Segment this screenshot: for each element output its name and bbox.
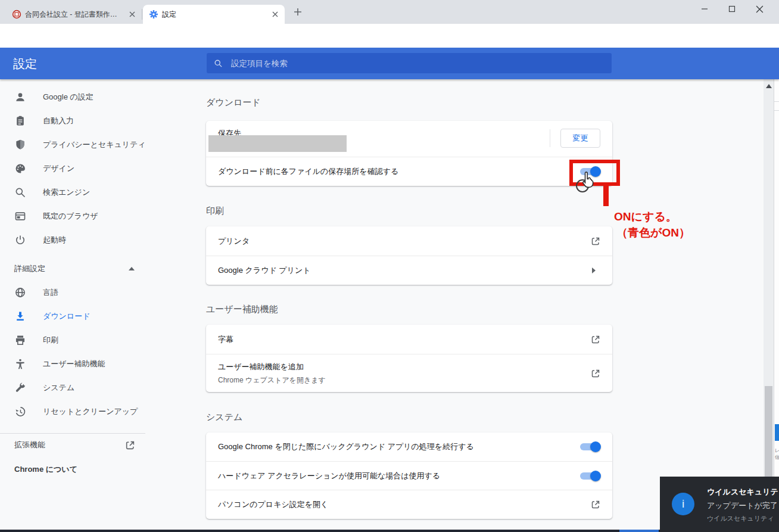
sidebar-item-extensions[interactable]: 拡張機能 xyxy=(0,433,149,457)
red-seal-favicon xyxy=(12,10,21,19)
section-heading-accessibility: ユーザー補助機能 xyxy=(206,304,278,315)
sidebar-item-google-settings[interactable]: Google の設定 xyxy=(0,85,149,109)
palette-icon xyxy=(14,163,26,175)
cloud-print-label: Google クラウド プリント xyxy=(218,265,311,276)
tab-separator xyxy=(142,9,142,20)
background-window-sliver: レ信 xyxy=(774,79,779,477)
toast-title: ウイルスセキュリティ xyxy=(707,487,779,497)
background-window-blue-edge xyxy=(775,424,779,441)
external-link-icon xyxy=(591,335,600,344)
minimize-button[interactable] xyxy=(692,0,717,18)
tab-settings[interactable]: 設定 xyxy=(143,5,285,24)
chevron-up-icon xyxy=(129,267,135,270)
proxy-settings-label: パソコンのプロキシ設定を開く xyxy=(218,499,328,510)
external-link-icon xyxy=(591,369,600,378)
add-accessibility-sublabel: Chrome ウェブストアを開きます xyxy=(218,375,326,385)
close-tab-icon[interactable] xyxy=(127,10,137,19)
sidebar-item-about-chrome[interactable]: Chrome について xyxy=(0,458,149,481)
search-icon xyxy=(214,59,223,68)
background-window-text-fragment: レ信 xyxy=(775,447,779,461)
taskbar-edge-accent xyxy=(619,530,659,532)
sidebar-item-appearance[interactable]: デザイン xyxy=(0,157,149,181)
background-apps-label: Google Chrome を閉じた際にバックグラウンド アプリの処理を続行する xyxy=(218,441,474,452)
browser-window: 合同会社設立 - 登記書類作成シス 設定 xyxy=(0,0,779,532)
cloud-print-row[interactable]: Google クラウド プリント xyxy=(206,256,612,285)
background-apps-toggle[interactable] xyxy=(579,441,600,452)
settings-title: 設定 xyxy=(13,56,37,72)
system-card: Google Chrome を閉じた際にバックグラウンド アプリの処理を続行する… xyxy=(206,433,612,519)
toast-message: アップデートが完了し xyxy=(707,500,779,511)
background-apps-row[interactable]: Google Chrome を閉じた際にバックグラウンド アプリの処理を続行する xyxy=(206,433,612,461)
hand-cursor-icon xyxy=(581,171,596,189)
row-separator xyxy=(550,129,550,147)
external-link-icon xyxy=(591,500,600,509)
virus-security-toast[interactable]: i ウイルスセキュリティ アップデートが完了し ウイルスセキュリティ xyxy=(660,477,779,532)
clipboard-icon xyxy=(14,115,26,127)
shield-icon xyxy=(14,139,26,151)
hardware-accel-row[interactable]: ハードウェア アクセラレーションが使用可能な場合は使用する xyxy=(206,461,612,490)
printers-row[interactable]: プリンタ xyxy=(206,226,612,256)
close-window-button[interactable] xyxy=(747,0,772,18)
downloads-card: 保存先 変更 ダウンロード前に各ファイルの保存場所を確認する xyxy=(206,121,612,186)
sidebar-item-languages[interactable]: 言語 xyxy=(0,281,149,304)
printer-icon xyxy=(14,334,26,346)
history-icon xyxy=(14,406,26,418)
annotation-pointer-line xyxy=(603,185,609,206)
save-location-row: 保存先 変更 xyxy=(206,121,612,157)
hardware-accel-toggle[interactable] xyxy=(579,471,600,481)
blue-gear-favicon xyxy=(149,10,158,19)
hardware-accel-label: ハードウェア アクセラレーションが使用可能な場合は使用する xyxy=(218,471,440,481)
browser-toolbar: Chrome chrome://settings/downloads 光男 xyxy=(0,24,779,48)
new-tab-button[interactable] xyxy=(293,7,303,17)
tab-company-setup[interactable]: 合同会社設立 - 登記書類作成シス xyxy=(6,5,142,24)
sidebar-item-autofill[interactable]: 自動入力 xyxy=(0,109,149,133)
proxy-settings-row[interactable]: パソコンのプロキシ設定を開く xyxy=(206,490,612,519)
add-accessibility-label: ユーザー補助機能を追加 xyxy=(218,362,304,372)
annotation-text-line1: ONにする。 xyxy=(614,209,677,225)
browser-icon xyxy=(14,210,26,222)
scrollbar-up-arrow[interactable] xyxy=(766,84,772,88)
settings-page: Google の設定 自動入力 プライバシーとセキュリティ デザイン 検索エンジ… xyxy=(0,79,779,532)
info-icon: i xyxy=(672,493,694,515)
person-icon xyxy=(14,91,26,103)
save-location-redacted xyxy=(208,135,347,152)
settings-search-input[interactable] xyxy=(230,58,528,69)
printers-label: プリンタ xyxy=(218,236,250,247)
tab-title: 合同会社設立 - 登記書類作成シス xyxy=(25,10,124,20)
sidebar-item-on-startup[interactable]: 起動時 xyxy=(0,228,149,252)
accessibility-icon xyxy=(14,358,26,370)
sidebar-item-privacy[interactable]: プライバシーとセキュリティ xyxy=(0,133,149,157)
ask-download-location-label: ダウンロード前に各ファイルの保存場所を確認する xyxy=(218,166,398,177)
sidebar-item-default-browser[interactable]: 既定のブラウザ xyxy=(0,204,149,228)
accessibility-card: 字幕 ユーザー補助機能を追加 Chrome ウェブストアを開きます xyxy=(206,325,612,392)
section-heading-system: システム xyxy=(206,412,242,423)
tab-strip: 合同会社設立 - 登記書類作成シス 設定 xyxy=(0,0,779,24)
sidebar-item-downloads[interactable]: ダウンロード xyxy=(0,304,149,328)
maximize-button[interactable] xyxy=(719,0,744,18)
search-icon xyxy=(14,186,26,198)
captions-label: 字幕 xyxy=(218,334,233,345)
close-tab-icon[interactable] xyxy=(270,10,280,19)
sidebar-item-system[interactable]: システム xyxy=(0,376,149,400)
power-icon xyxy=(14,234,26,246)
printing-card: プリンタ Google クラウド プリント xyxy=(206,226,612,285)
sidebar-item-printing[interactable]: 印刷 xyxy=(0,328,149,352)
sidebar-item-reset[interactable]: リセットとクリーンアップ xyxy=(0,400,149,424)
sidebar-item-accessibility[interactable]: ユーザー補助機能 xyxy=(0,352,149,376)
sidebar-item-search-engine[interactable]: 検索エンジン xyxy=(0,181,149,204)
tab-title: 設定 xyxy=(162,10,267,20)
section-heading-downloads: ダウンロード xyxy=(206,97,261,108)
settings-search-box[interactable] xyxy=(207,53,612,73)
ask-download-location-row[interactable]: ダウンロード前に各ファイルの保存場所を確認する xyxy=(206,157,612,186)
change-location-button[interactable]: 変更 xyxy=(560,129,600,148)
section-heading-printing: 印刷 xyxy=(206,206,224,217)
captions-row[interactable]: 字幕 xyxy=(206,325,612,354)
sidebar-advanced-toggle[interactable]: 詳細設定 xyxy=(0,257,149,281)
annotation-text-line2: （青色がON） xyxy=(616,225,690,241)
external-link-icon xyxy=(125,440,135,450)
toast-source: ウイルスセキュリティ xyxy=(707,514,774,523)
add-accessibility-row[interactable]: ユーザー補助機能を追加 Chrome ウェブストアを開きます xyxy=(206,354,612,392)
scrollbar-thumb[interactable] xyxy=(765,386,772,477)
external-link-icon xyxy=(591,237,600,246)
download-icon xyxy=(14,310,26,322)
